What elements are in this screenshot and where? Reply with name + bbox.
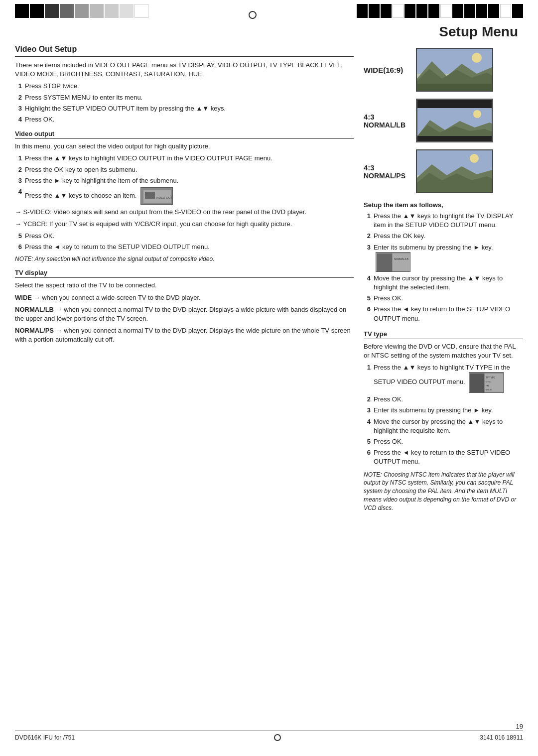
bar-r13 [500, 4, 511, 18]
svg-text:PAL: PAL [486, 384, 490, 387]
list-item: 6Press the ◄ key to return to the SETUP … [15, 243, 354, 252]
normal-lb-label: 4:3 NORMAL/LB [364, 113, 416, 129]
tv-display-wide: WIDE → when you connect a wide-screen TV… [15, 293, 354, 302]
bar-black [15, 4, 29, 18]
bar-lightest [120, 4, 134, 18]
svg-text:TV TYPE: TV TYPE [486, 377, 495, 379]
bar-black2 [30, 4, 44, 18]
list-item: 2Press SYSTEM MENU to enter its menu. [15, 93, 354, 102]
video-out-setup-intro: There are items included in VIDEO OUT PA… [15, 61, 354, 79]
page-number: 19 [516, 723, 523, 730]
list-item: 5Press OK. [15, 232, 354, 241]
bar-r11 [476, 4, 487, 18]
list-item: 4Press OK. [15, 115, 354, 124]
right-column: WIDE(16:9) [364, 45, 523, 515]
svg-point-8 [472, 53, 482, 63]
tv-display-normal-lb: NORMAL/LB → when you connect a normal TV… [15, 305, 354, 323]
bar-r7 [428, 4, 439, 18]
bar-r8 [440, 4, 451, 18]
svg-rect-27 [470, 374, 484, 392]
video-output-section: Video output In this menu, you can selec… [15, 130, 354, 263]
svg-rect-9 [417, 84, 493, 92]
wide-label: WIDE(16:9) [364, 66, 416, 74]
list-item: 2Press the OK key. [364, 232, 523, 241]
display-option-normal-ps: 4:3 NORMAL/PS [364, 149, 523, 193]
video-out-setup-title: Video Out Setup [15, 45, 354, 57]
list-item: 1Press STOP twice. [15, 82, 354, 91]
tv-type-steps: 1 Press the ▲▼ keys to highlight TV TYPE… [364, 363, 523, 467]
tv-display-title: TV display [15, 269, 354, 278]
bottom-registration-mark [274, 734, 281, 741]
svg-text:NORMAL/LB: NORMAL/LB [394, 257, 409, 260]
list-item: 4Move the cursor by pressing the ▲▼ keys… [364, 274, 523, 292]
center-registration-mark [249, 11, 257, 19]
svg-text:NTSC: NTSC [486, 380, 491, 383]
svg-rect-23 [377, 253, 392, 271]
setup-item-section: Setup the item as follows, 1Press the ▲▼… [364, 201, 523, 323]
page-title: Setup Menu [439, 24, 518, 39]
tv-display-section: TV display Select the aspect ratio of th… [15, 269, 354, 344]
display-option-wide: WIDE(16:9) [364, 48, 523, 92]
tv-type-title: TV type [364, 330, 523, 339]
list-item: 2Press the OK key to open its submenu. [15, 165, 354, 174]
list-item: 3Highlight the SETUP VIDEO OUTPUT item b… [15, 104, 354, 113]
wide-image [416, 48, 493, 92]
video-output-note-italic: NOTE: Any selection will not influence t… [15, 255, 354, 263]
display-option-normal-lb: 4:3 NORMAL/LB [364, 99, 523, 142]
video-output-steps-cont: 5Press OK. 6Press the ◄ key to return to… [15, 232, 354, 252]
tv-type-note: NOTE: Choosing NTSC item indicates that … [364, 471, 523, 512]
tv-display-images: WIDE(16:9) [364, 48, 523, 193]
list-item: 4Move the cursor by pressing the ▲▼ keys… [364, 417, 523, 435]
setup-item-steps: 1Press the ▲▼ keys to highlight the TV D… [364, 212, 523, 323]
left-column: Video Out Setup There are items included… [15, 45, 354, 515]
list-item: 4 Press the ▲▼ keys to choose an item. V… [15, 187, 354, 205]
bar-r5 [404, 4, 415, 18]
bar-r12 [488, 4, 499, 18]
right-calibration-bar [357, 4, 523, 18]
video-out-setup-section: Video Out Setup There are items included… [15, 45, 354, 124]
svg-point-21 [470, 154, 479, 163]
list-item: 5Press OK. [364, 294, 523, 303]
normal-ps-image [416, 149, 493, 193]
tv-type-section: TV type Before viewing the DVD or VCD, e… [364, 330, 523, 512]
svg-text:VIDEO OUTPUT: VIDEO OUTPUT [156, 196, 173, 199]
list-item: 1 Press the ▲▼ keys to highlight TV TYPE… [364, 363, 523, 393]
svg-rect-2 [145, 192, 155, 199]
list-item: 3Press the ► key to highlight the item o… [15, 176, 354, 185]
bar-light [90, 4, 104, 18]
svg-rect-24 [393, 253, 410, 271]
bar-r9 [452, 4, 463, 18]
bar-r1 [357, 4, 368, 18]
normal-ps-label: 4:3 NORMAL/PS [364, 163, 416, 180]
bar-light-mid [75, 4, 89, 18]
list-item: 3Enter its submenu by pressing the ► key… [364, 406, 523, 415]
setup-item-thumbnail: NORMAL/LB [376, 252, 410, 272]
tv-display-intro: Select the aspect ratio of the TV to be … [15, 281, 354, 290]
list-item: 6Press the ◄ key to return to the SETUP … [364, 305, 523, 323]
video-output-note2: → YCBCR: If your TV set is equiped with … [15, 220, 354, 229]
list-item: 1Press the ▲▼ keys to highlight the TV D… [364, 212, 523, 230]
list-item: 6Press the ◄ key to return to the SETUP … [364, 448, 523, 466]
tv-type-intro: Before viewing the DVD or VCD, ensure th… [364, 342, 523, 360]
video-out-setup-steps: 1Press STOP twice. 2Press SYSTEM MENU to… [15, 82, 354, 124]
video-output-thumbnail: VIDEO OUTPUT [140, 187, 173, 205]
svg-rect-11 [417, 100, 493, 108]
video-output-note1: → S-VIDEO: Video signals will send an ou… [15, 208, 354, 217]
normal-lb-image [416, 99, 493, 142]
list-item: 3 Enter its submenu by pressing the ► ke… [364, 243, 523, 272]
svg-point-16 [473, 110, 481, 118]
bar-r14 [512, 4, 523, 18]
tv-display-normal-ps: NORMAL/PS → when you connect a normal TV… [15, 326, 354, 344]
bar-r10 [464, 4, 475, 18]
bar-white [134, 4, 148, 18]
setup-item-title: Setup the item as follows, [364, 201, 523, 209]
main-content: Video Out Setup There are items included… [0, 40, 538, 515]
svg-text:MULTI: MULTI [486, 388, 492, 391]
page-title-area: Setup Menu [0, 19, 538, 40]
tv-type-thumbnail: TV TYPE NTSC PAL MULTI [469, 372, 504, 393]
left-calibration-bar [15, 4, 148, 18]
footer-left-text: DVD616K IFU for /751 [15, 734, 75, 741]
bar-lighter [105, 4, 119, 18]
bar-r2 [369, 4, 380, 18]
video-output-intro: In this menu, you can select the video o… [15, 142, 354, 151]
